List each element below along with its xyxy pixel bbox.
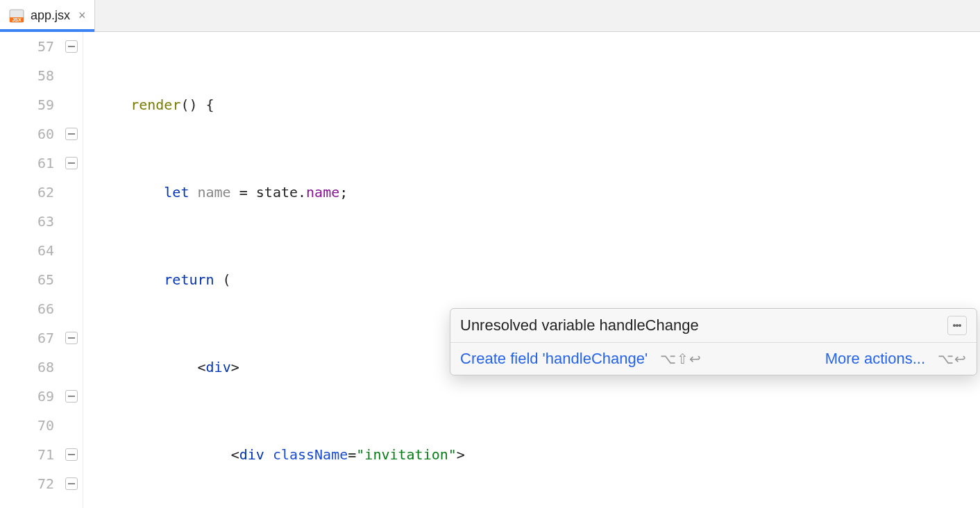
line-number: 72 [0, 469, 54, 498]
file-tab[interactable]: JSX app.jsx × [0, 0, 95, 31]
line-number: 60 [0, 119, 54, 149]
code-area[interactable]: render() { let name = state.name; return… [83, 32, 641, 508]
shortcut-label: ⌥⇧↩ [660, 350, 702, 367]
line-number: 70 [0, 411, 54, 440]
line-number: 63 [0, 207, 54, 236]
line-number: 67 [0, 323, 54, 353]
fold-toggle-icon[interactable] [65, 332, 78, 344]
kebab-icon[interactable] [947, 316, 967, 335]
line-number: 57 [0, 32, 54, 61]
code-line[interactable]: render() { [97, 90, 641, 119]
line-number: 59 [0, 90, 54, 119]
tab-filename: app.jsx [31, 8, 70, 23]
create-field-action[interactable]: Create field 'handleChange' [460, 350, 648, 368]
code-line[interactable]: return ( [97, 265, 641, 294]
fold-toggle-icon[interactable] [65, 40, 78, 53]
fold-toggle-icon[interactable] [65, 128, 78, 140]
line-number: 68 [0, 353, 54, 382]
line-number: 64 [0, 236, 54, 265]
fold-gutter [62, 32, 83, 508]
code-line[interactable]: <div className="invitation"> [97, 440, 641, 469]
code-editor[interactable]: 57585960616263646566676869707172 render(… [0, 32, 980, 508]
popup-header: Unresolved variable handleChange [450, 309, 977, 343]
jsx-file-icon: JSX [8, 8, 25, 24]
line-number: 69 [0, 382, 54, 411]
fold-toggle-icon[interactable] [65, 390, 78, 403]
svg-text:JSX: JSX [12, 17, 22, 22]
line-number: 58 [0, 61, 54, 90]
line-number: 65 [0, 265, 54, 294]
shortcut-label: ⌥↩ [938, 350, 967, 367]
fold-toggle-icon[interactable] [65, 477, 78, 490]
line-number: 71 [0, 440, 54, 469]
line-number: 62 [0, 178, 54, 207]
popup-title: Unresolved variable handleChange [460, 316, 947, 335]
popup-actions: Create field 'handleChange' ⌥⇧↩ More act… [450, 343, 977, 375]
code-line[interactable]: let name = state.name; [97, 178, 641, 207]
tab-bar: JSX app.jsx × [0, 0, 980, 32]
inspection-popup: Unresolved variable handleChange Create … [450, 308, 977, 375]
line-number-gutter: 57585960616263646566676869707172 [0, 32, 62, 508]
line-number: 66 [0, 294, 54, 323]
close-icon[interactable]: × [78, 8, 86, 23]
line-number: 61 [0, 149, 54, 178]
fold-toggle-icon[interactable] [65, 157, 78, 169]
more-actions-link[interactable]: More actions... [825, 350, 925, 368]
fold-toggle-icon[interactable] [65, 448, 78, 461]
